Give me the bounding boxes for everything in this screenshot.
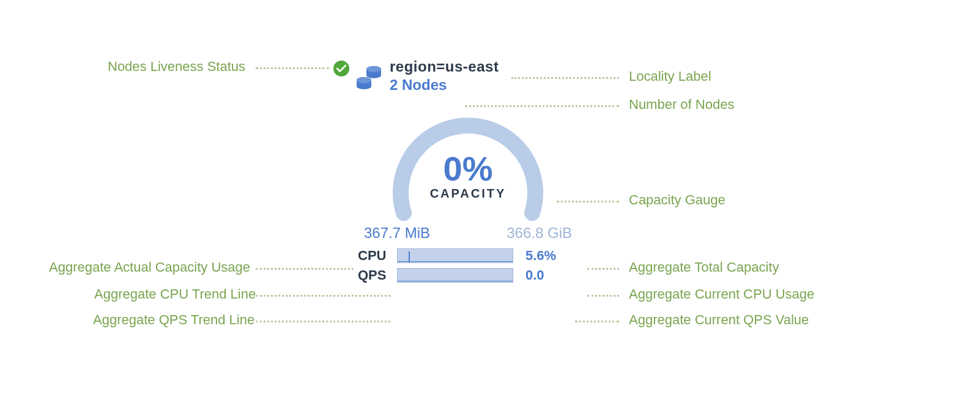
leader-dots <box>256 321 390 322</box>
qps-label: QPS <box>358 267 388 283</box>
svg-point-2 <box>357 83 371 89</box>
capacity-used: 367.7 MiB <box>364 225 430 242</box>
annotation-liveness: Nodes Liveness Status <box>108 59 245 75</box>
capacity-total: 366.8 GiB <box>507 225 572 242</box>
liveness-status-badge <box>333 61 349 76</box>
annotation-total: Aggregate Total Capacity <box>629 259 779 275</box>
capacity-gauge: 0% CAPACITY <box>376 106 560 222</box>
locality-card: region=us-east 2 Nodes 0% CAPACITY 367.7… <box>333 58 603 287</box>
gauge-percent: 0% <box>376 149 560 188</box>
locality-label: region=us-east <box>390 58 499 75</box>
database-icon <box>355 62 384 94</box>
cpu-row: CPU 5.6% <box>358 248 578 264</box>
leader-dots <box>575 321 619 322</box>
qps-sparkline <box>397 268 513 283</box>
annotation-nodes: Number of Nodes <box>629 97 734 113</box>
annotation-gauge: Capacity Gauge <box>629 192 726 208</box>
annotation-cpu-val: Aggregate Current CPU Usage <box>629 286 814 302</box>
annotation-cpu-line: Aggregate CPU Trend Line <box>94 286 256 302</box>
annotation-qps-val: Aggregate Current QPS Value <box>629 312 809 328</box>
annotation-locality: Locality Label <box>629 69 711 84</box>
leader-dots <box>587 295 619 297</box>
svg-point-6 <box>366 72 381 78</box>
leader-dots <box>256 295 390 297</box>
node-count: 2 Nodes <box>390 76 499 94</box>
qps-value: 0.0 <box>525 267 544 283</box>
check-icon <box>336 64 346 73</box>
capacity-row: 367.7 MiB 366.8 GiB <box>364 225 572 242</box>
cpu-sparkline <box>397 248 513 263</box>
leader-dots <box>256 67 329 69</box>
svg-point-7 <box>366 66 381 72</box>
cpu-value: 5.6% <box>525 248 556 264</box>
card-header: region=us-east 2 Nodes <box>333 58 603 94</box>
annotation-used: Aggregate Actual Capacity Usage <box>49 259 250 275</box>
cpu-label: CPU <box>358 248 388 264</box>
annotation-qps-line: Aggregate QPS Trend Line <box>93 312 254 328</box>
gauge-label: CAPACITY <box>376 187 560 201</box>
svg-point-3 <box>357 77 371 83</box>
qps-row: QPS 0.0 <box>358 267 578 283</box>
